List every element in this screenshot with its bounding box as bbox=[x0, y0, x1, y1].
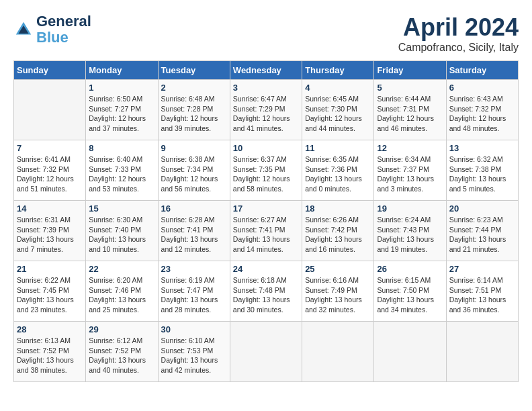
day-number: 30 bbox=[161, 324, 227, 334]
logo-icon bbox=[13, 19, 34, 40]
calendar-day-cell: 5Sunrise: 6:44 AMSunset: 7:31 PMDaylight… bbox=[374, 80, 446, 140]
calendar-day-cell: 30Sunrise: 6:10 AMSunset: 7:53 PMDayligh… bbox=[158, 322, 230, 382]
calendar-day-cell: 1Sunrise: 6:50 AMSunset: 7:27 PMDaylight… bbox=[86, 80, 158, 140]
day-of-week-header: Friday bbox=[374, 61, 446, 80]
day-info: Sunrise: 6:22 AMSunset: 7:45 PMDaylight:… bbox=[17, 275, 83, 315]
day-number: 11 bbox=[305, 143, 371, 153]
day-of-week-header: Sunday bbox=[14, 61, 86, 80]
subtitle: Campofranco, Sicily, Italy bbox=[398, 42, 519, 54]
day-info: Sunrise: 6:14 AMSunset: 7:51 PMDaylight:… bbox=[449, 275, 515, 315]
page-header: General Blue April 2024 Campofranco, Sic… bbox=[13, 13, 519, 54]
day-number: 18 bbox=[305, 203, 371, 214]
days-header-row: SundayMondayTuesdayWednesdayThursdayFrid… bbox=[14, 61, 519, 80]
calendar-day-cell: 17Sunrise: 6:27 AMSunset: 7:41 PMDayligh… bbox=[230, 201, 302, 261]
calendar-day-cell bbox=[446, 322, 518, 382]
calendar-day-cell: 25Sunrise: 6:16 AMSunset: 7:49 PMDayligh… bbox=[302, 261, 374, 322]
calendar-day-cell: 4Sunrise: 6:45 AMSunset: 7:30 PMDaylight… bbox=[302, 80, 374, 140]
day-info: Sunrise: 6:10 AMSunset: 7:53 PMDaylight:… bbox=[161, 336, 227, 375]
calendar-week-row: 21Sunrise: 6:22 AMSunset: 7:45 PMDayligh… bbox=[14, 261, 519, 322]
day-info: Sunrise: 6:44 AMSunset: 7:31 PMDaylight:… bbox=[377, 94, 443, 134]
day-info: Sunrise: 6:24 AMSunset: 7:43 PMDaylight:… bbox=[377, 215, 443, 255]
logo-line1: General bbox=[36, 13, 91, 30]
calendar-week-row: 14Sunrise: 6:31 AMSunset: 7:39 PMDayligh… bbox=[14, 201, 519, 261]
calendar-day-cell: 27Sunrise: 6:14 AMSunset: 7:51 PMDayligh… bbox=[446, 261, 518, 322]
day-info: Sunrise: 6:38 AMSunset: 7:34 PMDaylight:… bbox=[161, 154, 227, 194]
day-number: 20 bbox=[449, 203, 515, 214]
day-number: 9 bbox=[161, 143, 227, 153]
day-info: Sunrise: 6:43 AMSunset: 7:32 PMDaylight:… bbox=[449, 94, 515, 134]
day-number: 1 bbox=[89, 83, 154, 93]
day-info: Sunrise: 6:20 AMSunset: 7:46 PMDaylight:… bbox=[89, 275, 154, 315]
calendar-day-cell: 24Sunrise: 6:18 AMSunset: 7:48 PMDayligh… bbox=[230, 261, 302, 322]
calendar-day-cell: 12Sunrise: 6:34 AMSunset: 7:37 PMDayligh… bbox=[374, 140, 446, 201]
day-of-week-header: Thursday bbox=[302, 61, 374, 80]
day-number: 16 bbox=[161, 203, 227, 214]
day-info: Sunrise: 6:47 AMSunset: 7:29 PMDaylight:… bbox=[233, 94, 299, 134]
day-number: 14 bbox=[17, 203, 83, 214]
day-number: 27 bbox=[449, 264, 515, 274]
calendar-day-cell: 29Sunrise: 6:12 AMSunset: 7:52 PMDayligh… bbox=[86, 322, 158, 382]
day-number: 25 bbox=[305, 264, 371, 274]
calendar-table: SundayMondayTuesdayWednesdayThursdayFrid… bbox=[13, 60, 519, 382]
day-number: 10 bbox=[233, 143, 299, 153]
day-info: Sunrise: 6:50 AMSunset: 7:27 PMDaylight:… bbox=[89, 94, 154, 134]
day-info: Sunrise: 6:37 AMSunset: 7:35 PMDaylight:… bbox=[233, 154, 299, 194]
day-number: 8 bbox=[89, 143, 154, 153]
calendar-day-cell: 20Sunrise: 6:23 AMSunset: 7:44 PMDayligh… bbox=[446, 201, 518, 261]
day-number: 7 bbox=[17, 143, 83, 153]
day-info: Sunrise: 6:13 AMSunset: 7:52 PMDaylight:… bbox=[17, 336, 83, 375]
calendar-day-cell: 23Sunrise: 6:19 AMSunset: 7:47 PMDayligh… bbox=[158, 261, 230, 322]
day-info: Sunrise: 6:23 AMSunset: 7:44 PMDaylight:… bbox=[449, 215, 515, 255]
day-info: Sunrise: 6:12 AMSunset: 7:52 PMDaylight:… bbox=[89, 336, 154, 375]
logo-text: General Blue bbox=[36, 13, 91, 46]
day-info: Sunrise: 6:26 AMSunset: 7:42 PMDaylight:… bbox=[305, 215, 371, 255]
day-number: 24 bbox=[233, 264, 299, 274]
calendar-day-cell: 2Sunrise: 6:48 AMSunset: 7:28 PMDaylight… bbox=[158, 80, 230, 140]
day-number: 15 bbox=[89, 203, 154, 214]
month-title: April 2024 bbox=[398, 13, 519, 42]
calendar-day-cell: 6Sunrise: 6:43 AMSunset: 7:32 PMDaylight… bbox=[446, 80, 518, 140]
day-of-week-header: Saturday bbox=[446, 61, 518, 80]
day-info: Sunrise: 6:15 AMSunset: 7:50 PMDaylight:… bbox=[377, 275, 443, 315]
calendar-day-cell: 28Sunrise: 6:13 AMSunset: 7:52 PMDayligh… bbox=[14, 322, 86, 382]
day-number: 26 bbox=[377, 264, 443, 274]
calendar-day-cell: 3Sunrise: 6:47 AMSunset: 7:29 PMDaylight… bbox=[230, 80, 302, 140]
day-info: Sunrise: 6:45 AMSunset: 7:30 PMDaylight:… bbox=[305, 94, 371, 134]
day-number: 22 bbox=[89, 264, 154, 274]
title-block: April 2024 Campofranco, Sicily, Italy bbox=[398, 13, 519, 54]
calendar-day-cell: 22Sunrise: 6:20 AMSunset: 7:46 PMDayligh… bbox=[86, 261, 158, 322]
calendar-day-cell bbox=[302, 322, 374, 382]
calendar-day-cell bbox=[230, 322, 302, 382]
day-info: Sunrise: 6:30 AMSunset: 7:40 PMDaylight:… bbox=[89, 215, 154, 255]
day-number: 21 bbox=[17, 264, 83, 274]
calendar-week-row: 28Sunrise: 6:13 AMSunset: 7:52 PMDayligh… bbox=[14, 322, 519, 382]
day-number: 17 bbox=[233, 203, 299, 214]
day-number: 3 bbox=[233, 83, 299, 93]
day-info: Sunrise: 6:34 AMSunset: 7:37 PMDaylight:… bbox=[377, 154, 443, 194]
calendar-day-cell: 11Sunrise: 6:35 AMSunset: 7:36 PMDayligh… bbox=[302, 140, 374, 201]
day-of-week-header: Wednesday bbox=[230, 61, 302, 80]
day-number: 4 bbox=[305, 83, 371, 93]
day-of-week-header: Monday bbox=[86, 61, 158, 80]
calendar-day-cell: 10Sunrise: 6:37 AMSunset: 7:35 PMDayligh… bbox=[230, 140, 302, 201]
day-info: Sunrise: 6:41 AMSunset: 7:32 PMDaylight:… bbox=[17, 154, 83, 194]
day-number: 28 bbox=[17, 324, 83, 334]
day-info: Sunrise: 6:40 AMSunset: 7:33 PMDaylight:… bbox=[89, 154, 154, 194]
day-info: Sunrise: 6:18 AMSunset: 7:48 PMDaylight:… bbox=[233, 275, 299, 315]
day-number: 6 bbox=[449, 83, 515, 93]
calendar-day-cell: 14Sunrise: 6:31 AMSunset: 7:39 PMDayligh… bbox=[14, 201, 86, 261]
calendar-week-row: 1Sunrise: 6:50 AMSunset: 7:27 PMDaylight… bbox=[14, 80, 519, 140]
day-info: Sunrise: 6:31 AMSunset: 7:39 PMDaylight:… bbox=[17, 215, 83, 255]
calendar-day-cell: 9Sunrise: 6:38 AMSunset: 7:34 PMDaylight… bbox=[158, 140, 230, 201]
calendar-day-cell: 19Sunrise: 6:24 AMSunset: 7:43 PMDayligh… bbox=[374, 201, 446, 261]
calendar-day-cell: 18Sunrise: 6:26 AMSunset: 7:42 PMDayligh… bbox=[302, 201, 374, 261]
day-number: 23 bbox=[161, 264, 227, 274]
day-info: Sunrise: 6:19 AMSunset: 7:47 PMDaylight:… bbox=[161, 275, 227, 315]
calendar-day-cell: 13Sunrise: 6:32 AMSunset: 7:38 PMDayligh… bbox=[446, 140, 518, 201]
calendar-day-cell: 26Sunrise: 6:15 AMSunset: 7:50 PMDayligh… bbox=[374, 261, 446, 322]
logo: General Blue bbox=[13, 13, 91, 46]
day-info: Sunrise: 6:48 AMSunset: 7:28 PMDaylight:… bbox=[161, 94, 227, 134]
logo-line2: Blue bbox=[36, 30, 91, 46]
day-info: Sunrise: 6:16 AMSunset: 7:49 PMDaylight:… bbox=[305, 275, 371, 315]
day-info: Sunrise: 6:32 AMSunset: 7:38 PMDaylight:… bbox=[449, 154, 515, 194]
